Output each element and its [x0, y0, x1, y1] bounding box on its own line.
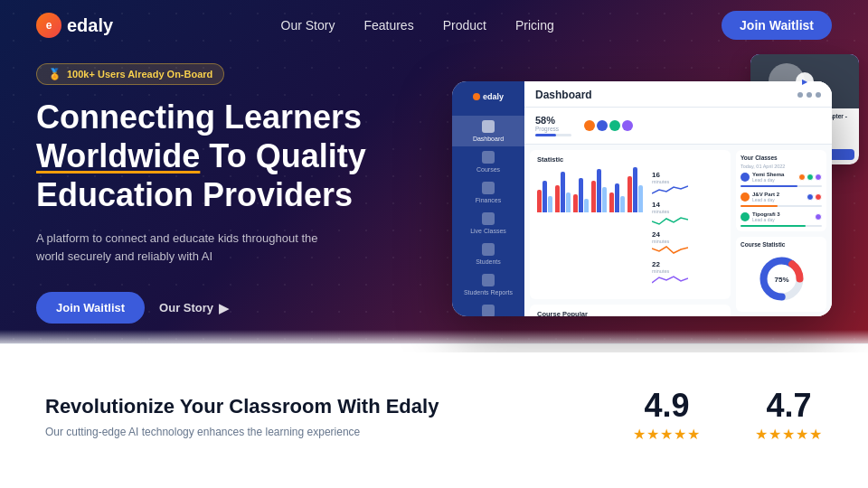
bar-1b	[542, 181, 547, 212]
stat-14min-value: 14	[652, 201, 688, 209]
dashboard-body-left: Statistic	[530, 150, 731, 311]
stat-24min: 24 minutes	[652, 230, 688, 260]
dashboard-title: Dashboard	[535, 89, 592, 101]
bar-chart	[537, 167, 643, 212]
bar-3b	[579, 178, 583, 212]
dash-nav-students[interactable]: Students	[452, 239, 524, 269]
hero-join-waitlist-button[interactable]: Join Waitlist	[36, 292, 145, 324]
stat-progress: 58% Progress	[535, 115, 571, 136]
avatar-group	[584, 115, 633, 136]
mini-avatar-1	[798, 174, 806, 181]
bottom-description: Our cutting-edge AI technology enhances …	[45, 426, 389, 438]
class-progress-bar-2	[741, 205, 822, 207]
bar-2c	[566, 192, 571, 212]
your-classes-date: Today, 01 April 2022	[741, 164, 822, 169]
svg-text:75%: 75%	[774, 276, 788, 284]
popular-courses-title: Course Popular	[537, 310, 723, 316]
bar-6a	[627, 176, 632, 212]
dashboard-body: Statistic	[524, 145, 832, 316]
sparkline-4	[652, 274, 688, 286]
class-sub-2: Lead a day	[752, 197, 804, 202]
nav-item-pricing[interactable]: Pricing	[515, 17, 554, 33]
class-sub-3: Lead a day	[752, 217, 812, 222]
avatar-4	[622, 120, 633, 131]
stat-16min: 16 minutes	[652, 171, 688, 201]
nav-item-features[interactable]: Features	[363, 17, 413, 33]
avatar-1	[584, 120, 595, 131]
dash-nav-courses[interactable]: Courses	[452, 146, 524, 177]
dash-nav-reports-label: Students Reports	[464, 289, 513, 296]
bar-group-5	[609, 183, 625, 212]
bar-2b	[561, 172, 565, 212]
dash-nav-finances-label: Finances	[476, 197, 501, 203]
hero-section: 🏅 100k+ Users Already On-Board Connectin…	[0, 0, 868, 352]
live-classes-nav-icon	[482, 212, 495, 225]
class-item-1: Yemi Shema Lead a day	[741, 172, 822, 183]
class-item-3: Tipografi 3 Lead a day	[741, 211, 822, 222]
finances-nav-icon	[482, 182, 495, 194]
play-button[interactable]: ▶	[796, 72, 814, 90]
dash-nav-reports[interactable]: Students Reports	[452, 269, 524, 300]
bar-1a	[537, 190, 542, 212]
class-avatar-2	[741, 192, 750, 202]
bottom-section: Revolutionize Your Classroom With Edaly …	[0, 343, 868, 488]
class-info-3: Tipografi 3 Lead a day	[752, 211, 812, 222]
arrow-right-icon: ▶	[219, 301, 229, 315]
stat-progress-value: 58%	[535, 115, 571, 126]
rating-value-2: 4.7	[766, 389, 811, 422]
sparkline-1	[652, 184, 688, 197]
class-progress-fill-2	[741, 205, 778, 207]
dash-nav-dashboard[interactable]: Dashboard	[452, 116, 524, 146]
dashboard-body-right: Your Classes Today, 01 April 2022 Yemi S…	[736, 150, 826, 311]
donut-chart-wrap: 75%	[741, 250, 822, 307]
dash-brand: edaly	[483, 92, 504, 101]
badge-text: 100k+ Users Already On-Board	[67, 69, 212, 80]
dashboard-sidebar: edaly Dashboard Courses Finances Live Cl…	[452, 81, 524, 316]
stat-24min-value: 24	[652, 230, 688, 239]
dashboard-nav-icon	[482, 120, 495, 133]
students-nav-icon	[482, 243, 495, 256]
hero-our-story-button[interactable]: Our Story ▶	[159, 301, 229, 315]
bar-group-2	[555, 172, 571, 212]
mini-avatar-6	[815, 213, 822, 221]
class-avatars-3	[815, 213, 822, 221]
class-avatar-1	[741, 173, 750, 182]
chart-sidebar-stats: 16 minutes 14 minutes	[652, 167, 688, 294]
class-info-2: J&V Part 2 Lead a day	[752, 192, 804, 202]
hero-title: Connecting Learners Worldwide To Quality…	[36, 98, 416, 215]
hero-title-line2: Worldwide	[36, 137, 200, 174]
dashboard-card: edaly Dashboard Courses Finances Live Cl…	[452, 81, 832, 316]
bar-group-1	[537, 181, 552, 212]
dash-nav-live-label: Live Classes	[470, 228, 506, 234]
class-progress-bar-3	[741, 225, 822, 227]
class-progress-fill-1	[741, 185, 797, 187]
stat-22min-value: 22	[652, 260, 688, 268]
class-item-2: J&V Part 2 Lead a day	[741, 192, 822, 202]
dash-nav-finances[interactable]: Finances	[452, 177, 524, 208]
class-avatars-1	[798, 174, 822, 181]
nav-item-product[interactable]: Product	[443, 17, 486, 33]
nav-item-our-story[interactable]: Our Story	[281, 17, 335, 33]
sparkline-2	[652, 214, 688, 227]
bar-6b	[633, 167, 637, 212]
rating-value-1: 4.9	[644, 389, 689, 422]
mini-avatar-2	[807, 174, 814, 181]
mini-avatar-4	[807, 193, 814, 201]
dashboard-stats-row: 58% Progress	[524, 108, 832, 145]
stat-22min: 22 minutes	[652, 260, 688, 290]
logo[interactable]: e edaly	[36, 13, 113, 38]
stars-1: ★★★★★	[633, 426, 701, 443]
user-badge: 🏅 100k+ Users Already On-Board	[36, 63, 224, 85]
bottom-stats: 4.9 ★★★★★ 4.7 ★★★★★	[633, 389, 823, 443]
dash-logo: edaly	[473, 92, 504, 101]
bar-4a	[591, 181, 596, 212]
courses-nav-icon	[482, 151, 495, 164]
dash-nav-staff[interactable]: Staff	[452, 300, 524, 316]
chart-title: Statistic	[537, 155, 723, 164]
stat-14min: 14 minutes	[652, 201, 688, 230]
bar-6c	[638, 185, 643, 212]
dash-nav-live-classes[interactable]: Live Classes	[452, 208, 524, 239]
nav-join-waitlist-button[interactable]: Join Waitlist	[722, 11, 832, 40]
nav-links: Our Story Features Product Pricing	[281, 17, 554, 33]
bar-5a	[609, 192, 614, 212]
